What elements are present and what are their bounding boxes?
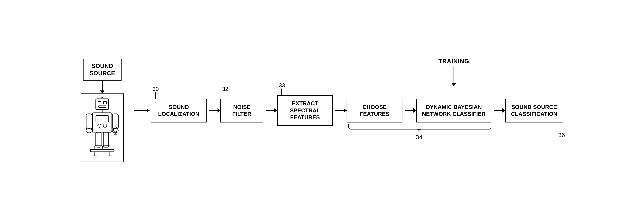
robot-image	[81, 93, 124, 162]
svg-rect-15	[114, 127, 117, 132]
training-wrapper: TRAINING	[438, 58, 469, 84]
svg-rect-0	[96, 99, 109, 110]
extract-spectral-label: EXTRACT SPECTRAL FEATURES	[290, 100, 320, 121]
svg-rect-8	[96, 116, 109, 122]
noise-filter-label: NOISE FILTER	[232, 104, 252, 117]
label-36-wrapper: 36	[558, 125, 566, 139]
svg-rect-22	[90, 149, 114, 152]
brace-group: CHOOSE FEATURES TRAINING DYNAMIC BAYESIA…	[346, 99, 491, 122]
arrow-5	[494, 110, 502, 111]
robot-icon	[84, 97, 120, 159]
arrow-2	[266, 110, 274, 111]
sound-source-classification-label: SOUND SOURCE CLASSIFICATION	[511, 104, 557, 117]
noise-filter-box: NOISE FILTER	[220, 99, 263, 122]
label-36-line	[565, 125, 566, 132]
choose-features-box: CHOOSE FEATURES	[346, 99, 402, 122]
label-36: 36	[558, 132, 565, 138]
choose-features-label: CHOOSE FEATURES	[360, 104, 389, 117]
label-32: 32	[222, 86, 228, 92]
svg-rect-1	[98, 101, 101, 104]
dynamic-bayesian-wrapper: TRAINING DYNAMIC BAYESIAN NETWORK CLASSI…	[416, 99, 491, 122]
svg-rect-11	[86, 114, 92, 129]
sound-source-classification-wrapper: SOUND SOURCE CLASSIFICATION 36	[505, 99, 563, 122]
training-label: TRAINING	[438, 58, 469, 65]
label-30: 30	[152, 86, 159, 92]
arrow-robot-to-localization	[134, 110, 147, 111]
svg-rect-3	[98, 106, 106, 107]
arrow-1	[209, 110, 218, 111]
diagram-container: SOUND SOURCE	[0, 0, 644, 208]
brace-svg	[346, 123, 491, 133]
sound-localization-box: SOUND LOCALIZATION	[151, 99, 206, 122]
svg-rect-19	[103, 132, 109, 147]
label-30-line	[155, 92, 156, 99]
brace-bottom: 34	[346, 123, 491, 141]
training-arrow	[454, 66, 454, 84]
dynamic-bayesian-box: DYNAMIC BAYESIAN NETWORK CLASSIFIER	[416, 99, 491, 122]
flow-wrapper: SOUND SOURCE	[81, 59, 563, 162]
svg-point-9	[98, 124, 101, 127]
extract-spectral-box: EXTRACT SPECTRAL FEATURES	[277, 95, 333, 126]
svg-rect-18	[96, 132, 101, 147]
sound-localization-wrapper: 30 SOUND LOCALIZATION	[151, 99, 206, 122]
svg-point-10	[103, 124, 107, 127]
dynamic-bayesian-label: DYNAMIC BAYESIAN NETWORK CLASSIFIER	[422, 104, 486, 117]
sound-source-label: SOUND SOURCE	[89, 63, 115, 77]
label-33: 33	[279, 82, 285, 89]
svg-rect-2	[104, 101, 106, 104]
extract-spectral-wrapper: 33 EXTRACT SPECTRAL FEATURES	[277, 95, 333, 126]
noise-filter-wrapper: 32 NOISE FILTER	[220, 99, 263, 122]
sound-localization-label: SOUND LOCALIZATION	[158, 104, 200, 117]
robot-section: SOUND SOURCE	[81, 59, 124, 162]
arrow-3	[336, 110, 344, 111]
sound-source-box: SOUND SOURCE	[83, 59, 122, 80]
sound-source-classification-box: SOUND SOURCE CLASSIFICATION	[505, 99, 563, 122]
label-32-line	[224, 92, 225, 99]
arrow-4	[405, 110, 414, 111]
label-33-line	[281, 89, 282, 95]
brace-label: 34	[346, 134, 491, 141]
